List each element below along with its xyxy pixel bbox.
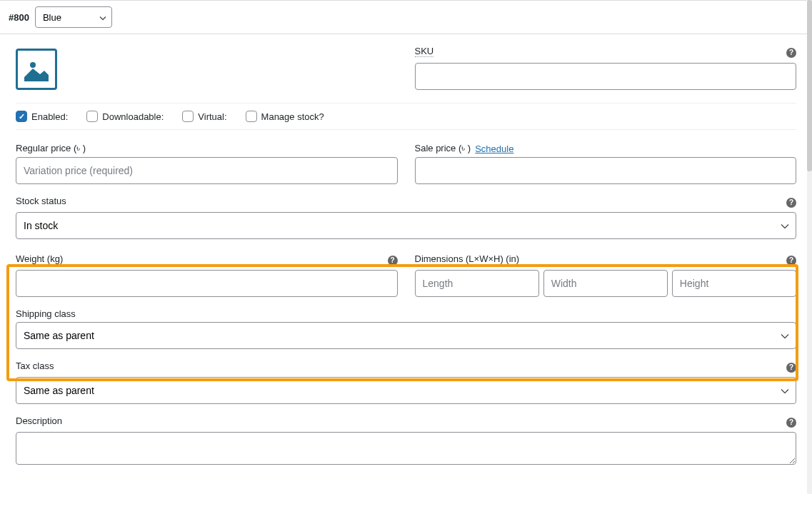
scrollbar-thumb[interactable] (807, 0, 812, 171)
virtual-label: Virtual: (198, 111, 226, 122)
scrollbar[interactable] (807, 0, 812, 494)
regular-price-input[interactable] (16, 157, 398, 184)
help-icon[interactable]: ? (786, 198, 796, 208)
description-label: Description (16, 415, 62, 426)
sale-price-label: Sale price (৳ ) Schedule (415, 143, 797, 154)
enabled-label: Enabled: (31, 111, 68, 122)
sku-input[interactable] (415, 63, 797, 90)
variation-header: #800 Blue (0, 0, 812, 34)
variation-id: #800 (9, 12, 29, 23)
attribute-select[interactable]: Blue (35, 6, 112, 28)
tax-class-label: Tax class (16, 361, 54, 371)
length-input[interactable] (415, 270, 539, 297)
regular-price-label: Regular price (৳ ) (16, 143, 398, 154)
shipping-class-label: Shipping class (16, 308, 796, 319)
downloadable-label: Downloadable: (102, 111, 164, 122)
weight-label: Weight (kg) (16, 253, 63, 264)
help-icon[interactable]: ? (786, 256, 796, 266)
help-icon[interactable]: ? (786, 48, 796, 58)
downloadable-checkbox[interactable] (86, 111, 98, 122)
virtual-checkbox[interactable] (182, 111, 194, 122)
sku-label: SKU (415, 46, 434, 57)
manage-stock-checkbox[interactable] (246, 111, 257, 122)
width-input[interactable] (543, 270, 668, 297)
stock-status-select[interactable]: In stock (16, 212, 796, 239)
stock-status-label: Stock status (16, 196, 66, 206)
schedule-link[interactable]: Schedule (475, 143, 513, 154)
help-icon[interactable]: ? (388, 256, 398, 266)
checkbox-row: Enabled: Downloadable: Virtual: Manage s… (16, 103, 796, 130)
variation-image-placeholder[interactable] (16, 49, 57, 90)
tax-class-select[interactable]: Same as parent (16, 377, 796, 404)
enabled-checkbox[interactable] (16, 111, 27, 122)
dimensions-label: Dimensions (L×W×H) (in) (415, 253, 520, 264)
manage-stock-label: Manage stock? (261, 111, 324, 122)
help-icon[interactable]: ? (786, 418, 796, 428)
svg-point-1 (30, 62, 36, 68)
height-input[interactable] (672, 270, 796, 297)
description-textarea[interactable] (16, 432, 796, 465)
shipping-class-select[interactable]: Same as parent (16, 322, 796, 349)
sale-price-input[interactable] (415, 157, 797, 184)
weight-input[interactable] (16, 270, 398, 297)
help-icon[interactable]: ? (786, 363, 796, 373)
